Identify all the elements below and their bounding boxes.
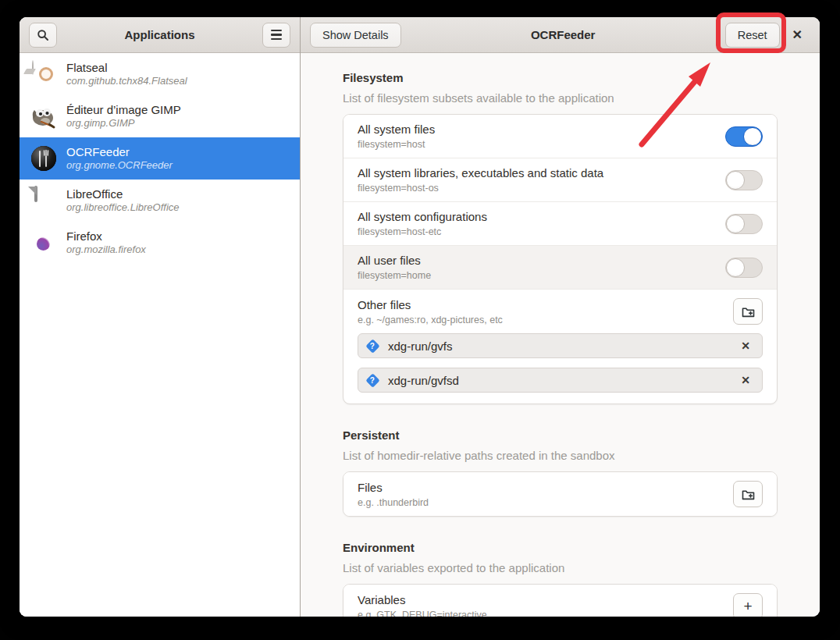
app-row-gimp[interactable]: Éditeur d’image GIMP org.gimp.GIMP: [20, 95, 300, 137]
remove-x-icon[interactable]: ✕: [739, 340, 753, 352]
folder-add-icon: [742, 488, 755, 501]
ocrfeeder-icon: [30, 145, 57, 172]
application-list: Flatseal com.github.tchx84.Flatseal: [20, 53, 300, 617]
applications-pane: Applications Flatseal com.github.tchx84.…: [20, 17, 301, 617]
folder-add-icon: [742, 305, 755, 318]
firefox-icon: [30, 229, 57, 256]
tape-roll-icon: [30, 61, 57, 87]
add-folder-button[interactable]: [733, 298, 763, 325]
applications-headerbar: Applications: [20, 17, 300, 53]
app-row-flatseal[interactable]: Flatseal com.github.tchx84.Flatseal: [20, 53, 300, 95]
environment-card: Variables e.g. GTK_DEBUG=interactive +: [343, 584, 778, 617]
app-row-libreoffice[interactable]: LibreOffice org.libreoffice.LibreOffice: [20, 180, 300, 222]
filesystem-card: All system files filesystem=host All sys…: [343, 114, 778, 404]
row-environment-variables: Variables e.g. GTK_DEBUG=interactive +: [343, 585, 777, 617]
permissions-content: Filesystem List of filesystem subsets av…: [301, 53, 820, 617]
plus-icon: +: [743, 598, 752, 615]
persistent-card: Files e.g. .thunderbird: [343, 471, 778, 517]
row-all-system-configurations: All system configurations filesystem=hos…: [343, 202, 777, 246]
applications-title: Applications: [57, 28, 262, 41]
toggle-filesystem-host[interactable]: [725, 126, 763, 147]
path-entry-gvfsd[interactable]: ? xdg-run/gvfsd ✕: [358, 368, 763, 393]
question-diamond-icon: ?: [365, 373, 379, 387]
remove-x-icon[interactable]: ✕: [739, 374, 753, 386]
toggle-filesystem-host-etc[interactable]: [725, 214, 763, 234]
flatseal-window: Applications Flatseal com.github.tchx84.…: [20, 17, 820, 617]
row-all-system-files: All system files filesystem=host: [343, 115, 777, 158]
app-row-ocrfeeder[interactable]: OCRFeeder org.gnome.OCRFeeder: [20, 137, 300, 180]
section-title-environment: Environment: [343, 540, 778, 556]
search-icon: [37, 29, 49, 41]
menu-button[interactable]: [262, 23, 290, 48]
hamburger-menu-icon: [271, 30, 282, 41]
row-other-files: Other files e.g. ~/games:ro, xdg-picture…: [343, 290, 777, 333]
question-diamond-icon: ?: [365, 339, 379, 353]
row-persistent-files: Files e.g. .thunderbird: [343, 472, 777, 516]
show-details-button[interactable]: Show Details: [310, 23, 401, 48]
section-desc-persistent: List of homedir-relative paths created i…: [343, 448, 778, 464]
permissions-headerbar: Show Details OCRFeeder Reset ✕: [301, 17, 820, 53]
gimp-wilber-icon: [30, 103, 57, 130]
section-desc-filesystem: List of filesystem subsets available to …: [343, 91, 778, 106]
section-desc-environment: List of variables exported to the applic…: [343, 560, 778, 576]
section-title-filesystem: Filesystem: [343, 70, 778, 86]
section-title-persistent: Persistent: [343, 428, 778, 443]
close-icon[interactable]: ✕: [785, 27, 810, 42]
app-row-firefox[interactable]: Firefox org.mozilla.firefox: [20, 222, 300, 264]
app-title: OCRFeeder: [401, 28, 725, 41]
document-icon: [30, 187, 57, 214]
add-folder-button[interactable]: [733, 481, 763, 507]
toggle-filesystem-host-os[interactable]: [725, 170, 763, 190]
row-all-system-libraries: All system libraries, executables and st…: [343, 158, 777, 202]
reset-button[interactable]: Reset: [725, 23, 780, 48]
search-button[interactable]: [29, 23, 57, 48]
add-variable-button[interactable]: +: [733, 593, 763, 617]
toggle-filesystem-home[interactable]: [725, 258, 763, 278]
path-entry-gvfs[interactable]: ? xdg-run/gvfs ✕: [358, 333, 763, 358]
row-all-user-files: All user files filesystem=home: [343, 246, 777, 290]
filesystem-entries: ? xdg-run/gvfs ✕ ? xdg-run/gvfsd ✕: [343, 333, 777, 404]
permissions-pane: Show Details OCRFeeder Reset ✕ Filesyste…: [301, 17, 820, 617]
